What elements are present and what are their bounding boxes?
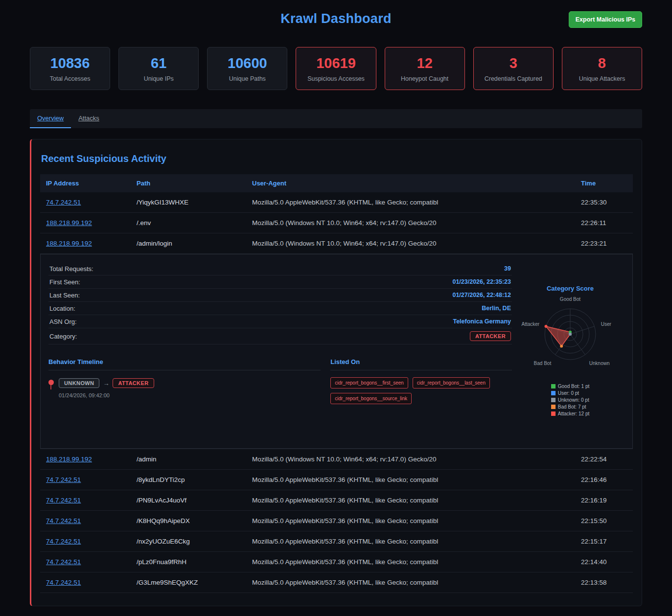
table-row[interactable]: 188.218.99.192 /.env Mozilla/5.0 (Window… xyxy=(40,213,633,233)
radar-chart-title: Category Score xyxy=(547,285,594,292)
header: Krawl Dashboard Export Malicious IPs xyxy=(30,0,642,37)
user-agent-cell: Mozilla/5.0 (Windows NT 10.0; Win64; x64… xyxy=(246,449,575,470)
svg-text:User: User xyxy=(601,321,612,327)
listed-on-badges: cidr_report_bogons__first_seen cidr_repo… xyxy=(330,377,512,404)
table-row[interactable]: 74.7.242.51 /pLz0Fnua9fRhH Mozilla/5.0 A… xyxy=(40,552,633,572)
detail-field-row: First Seen: 01/23/2026, 22:35:23 xyxy=(48,275,512,289)
behavior-timeline-section: Behavior Timeline UNKNOWN → AT xyxy=(48,358,321,404)
path-cell: /.env xyxy=(131,213,246,233)
time-cell: 22:16:19 xyxy=(575,490,633,511)
listed-on-badge[interactable]: cidr_report_bogons__last_seen xyxy=(413,377,490,388)
user-agent-cell: Mozilla/5.0 AppleWebKit/537.36 (KHTML, l… xyxy=(246,192,575,213)
legend-item: Attacker: 12 pt xyxy=(551,411,590,416)
stat-value: 61 xyxy=(122,55,195,71)
detail-left-column: Total Requests: 39 First Seen: 01/23/202… xyxy=(48,262,516,440)
user-agent-cell: Mozilla/5.0 AppleWebKit/537.36 (KHTML, l… xyxy=(246,511,575,531)
legend-item: Good Bot: 1 pt xyxy=(551,384,590,389)
ip-link[interactable]: 74.7.242.51 xyxy=(46,558,81,566)
page-title: Krawl Dashboard xyxy=(280,11,392,26)
ip-link[interactable]: 74.7.242.51 xyxy=(46,538,81,545)
time-cell: 22:15:50 xyxy=(575,511,633,531)
ip-link[interactable]: 74.7.242.51 xyxy=(46,579,81,586)
ip-link[interactable]: 188.218.99.192 xyxy=(46,240,92,247)
user-agent-cell: Mozilla/5.0 AppleWebKit/537.36 (KHTML, l… xyxy=(246,552,575,572)
tabs-bar: Overview Attacks xyxy=(30,109,642,128)
table-row[interactable]: 188.218.99.192 /admin/login Mozilla/5.0 … xyxy=(40,233,633,254)
stat-card: 10619 Suspicious Accesses xyxy=(296,47,376,90)
path-cell: /PN9LvAcJ4uoVf xyxy=(131,490,246,511)
detail-field-row: Last Seen: 01/27/2026, 22:48:12 xyxy=(48,289,512,302)
activity-table: IP Address Path User-Agent Time 74.7.242… xyxy=(40,174,633,593)
field-label: Total Requests: xyxy=(49,265,93,273)
detail-sections: Behavior Timeline UNKNOWN → AT xyxy=(48,358,512,404)
legend-label: Bad Bot: 7 pt xyxy=(558,404,586,410)
legend-swatch xyxy=(551,391,556,395)
timeline-item: UNKNOWN → ATTACKER 01/24/2026, 09:42:00 xyxy=(48,378,321,398)
ip-link[interactable]: 74.7.242.51 xyxy=(46,497,81,504)
table-row[interactable]: 74.7.242.51 /YiqykGI13WHXE Mozilla/5.0 A… xyxy=(40,192,633,213)
user-agent-cell: Mozilla/5.0 (Windows NT 10.0; Win64; x64… xyxy=(246,233,575,254)
user-agent-cell: Mozilla/5.0 AppleWebKit/537.36 (KHTML, l… xyxy=(246,531,575,552)
ip-link[interactable]: 74.7.242.51 xyxy=(46,199,81,206)
detail-field-row: Total Requests: 39 xyxy=(48,262,512,275)
svg-text:Bad Bot: Bad Bot xyxy=(534,361,552,366)
legend-swatch xyxy=(551,405,556,409)
stat-card: 10836 Total Accesses xyxy=(30,47,110,90)
table-row[interactable]: 74.7.242.51 /nx2yUOZuE6Ckg Mozilla/5.0 A… xyxy=(40,531,633,552)
ip-link[interactable]: 74.7.242.51 xyxy=(46,476,81,483)
activity-panel: Recent Suspicious Activity IP Address Pa… xyxy=(30,139,642,606)
field-label: Category: xyxy=(49,333,77,340)
ip-link[interactable]: 188.218.99.192 xyxy=(46,456,92,463)
detail-field-row: Category: ATTACKER xyxy=(48,328,512,344)
table-row[interactable]: 74.7.242.51 /PN9LvAcJ4uoVf Mozilla/5.0 A… xyxy=(40,490,633,511)
path-cell: /admin/login xyxy=(131,233,246,254)
stat-card: 61 Unique IPs xyxy=(118,47,199,90)
timeline-transition: UNKNOWN → ATTACKER xyxy=(59,378,154,388)
table-rows-top: 74.7.242.51 /YiqykGI13WHXE Mozilla/5.0 A… xyxy=(40,192,633,254)
column-header-time: Time xyxy=(575,174,633,192)
ip-link[interactable]: 74.7.242.51 xyxy=(46,517,81,525)
tab-overview[interactable]: Overview xyxy=(30,109,71,128)
stat-card: 10600 Unique Paths xyxy=(207,47,287,90)
arrow-right-icon: → xyxy=(103,380,109,387)
path-cell: /8ykdLnDYTi2cp xyxy=(131,470,246,490)
timeline-marker-icon xyxy=(48,380,54,385)
path-cell: /G3Lme9ShEQgXKZ xyxy=(131,572,246,593)
table-row[interactable]: 74.7.242.51 /G3Lme9ShEQgXKZ Mozilla/5.0 … xyxy=(40,572,633,593)
table-row[interactable]: 74.7.242.51 /K8HQq9hAipeDX Mozilla/5.0 A… xyxy=(40,511,633,531)
tab-attacks[interactable]: Attacks xyxy=(71,109,107,128)
listed-on-badge[interactable]: cidr_report_bogons__first_seen xyxy=(330,377,408,388)
table-rows-bottom: 188.218.99.192 /admin Mozilla/5.0 (Windo… xyxy=(40,449,633,593)
radar-chart: Good BotUserUnknownBad BotAttacker xyxy=(516,293,624,376)
export-malicious-ips-button[interactable]: Export Malicious IPs xyxy=(569,11,642,28)
path-cell: /nx2yUOZuE6Ckg xyxy=(131,531,246,552)
detail-row: Total Requests: 39 First Seen: 01/23/202… xyxy=(40,254,633,449)
legend-item: Bad Bot: 7 pt xyxy=(551,404,590,410)
field-value: ATTACKER xyxy=(470,331,511,341)
field-value: 01/23/2026, 22:35:23 xyxy=(452,278,511,285)
listed-on-badge[interactable]: cidr_report_bogons__source_link xyxy=(330,393,412,404)
legend-swatch xyxy=(551,411,556,416)
stat-card: 12 Honeypot Caught xyxy=(385,47,465,90)
dashboard-page: Krawl Dashboard Export Malicious IPs 108… xyxy=(0,0,672,614)
legend-item: Unknown: 0 pt xyxy=(551,397,590,403)
user-agent-cell: Mozilla/5.0 (Windows NT 10.0; Win64; x64… xyxy=(246,213,575,233)
column-header-user-agent: User-Agent xyxy=(246,174,575,192)
svg-text:Unknown: Unknown xyxy=(589,361,610,366)
from-state-badge: UNKNOWN xyxy=(59,378,99,388)
detail-section: Total Requests: 39 First Seen: 01/23/202… xyxy=(40,254,633,449)
legend-label: Attacker: 12 pt xyxy=(558,411,589,416)
stat-card: 8 Unique Attackers xyxy=(562,47,642,90)
panel-title: Recent Suspicious Activity xyxy=(41,153,632,164)
ip-link[interactable]: 188.218.99.192 xyxy=(46,219,92,227)
table-row[interactable]: 74.7.242.51 /8ykdLnDYTi2cp Mozilla/5.0 A… xyxy=(40,470,633,490)
legend-item: User: 0 pt xyxy=(551,390,590,396)
stat-value: 8 xyxy=(565,55,639,71)
time-cell: 22:14:40 xyxy=(575,552,633,572)
listed-on-title: Listed On xyxy=(330,358,512,370)
legend-swatch xyxy=(551,398,556,402)
legend-swatch xyxy=(551,384,556,388)
table-row[interactable]: 188.218.99.192 /admin Mozilla/5.0 (Windo… xyxy=(40,449,633,470)
stat-value: 3 xyxy=(477,55,550,71)
legend-label: User: 0 pt xyxy=(558,390,579,396)
